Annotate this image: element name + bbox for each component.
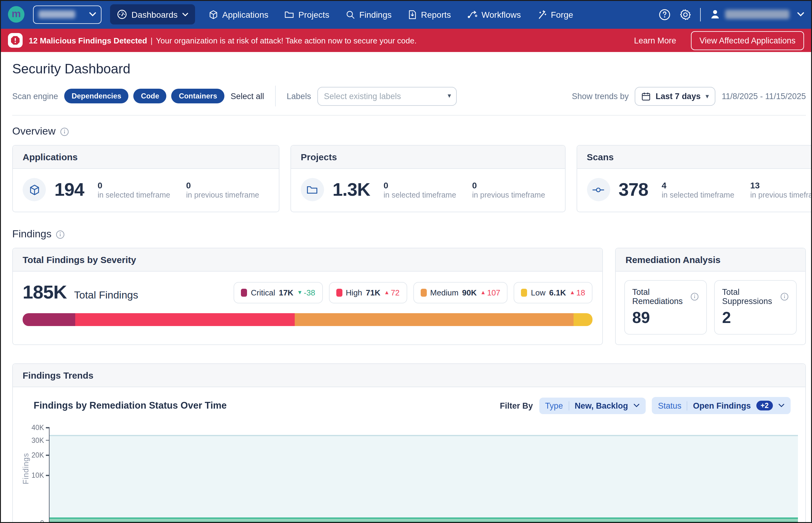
brand-logo[interactable]: m [8, 6, 24, 23]
severity-chip-critical[interactable]: Critical 17K ▼-38 [234, 282, 322, 303]
user-menu[interactable] [709, 8, 804, 20]
divider [700, 8, 701, 21]
nav-item-reports[interactable]: Reports [408, 10, 451, 19]
overview-cards: Applications 194 0 in selected timeframe… [12, 145, 806, 212]
trend-range-value: Last 7 days [656, 91, 701, 101]
medium-swatch [420, 288, 426, 296]
labels-select: ▾ [317, 87, 457, 106]
stat-selected-timeframe: 0 in selected timeframe [384, 180, 457, 199]
bar-segment-low [574, 313, 592, 326]
scan-engine-chip-dependencies[interactable]: Dependencies [64, 89, 129, 103]
findings-section-title: Findings [12, 228, 52, 240]
total-findings-value: 185K [23, 282, 67, 303]
gear-icon[interactable] [679, 8, 691, 20]
nav-dashboards-label: Dashboards [131, 10, 178, 19]
divider [275, 86, 276, 106]
overview-section-title: Overview [12, 125, 56, 138]
folder-icon [301, 178, 324, 201]
chart-filter-controls: Filter By Type New, Backlog Status [500, 397, 791, 414]
low-swatch [521, 288, 528, 296]
card-title: Total Findings by Severity [13, 248, 602, 272]
card-title: Scans [577, 146, 812, 169]
nav-item-workflows[interactable]: Workflows [467, 10, 521, 19]
report-download-icon [408, 10, 417, 19]
severity-chip-low[interactable]: Low 6.1K ▲18 [514, 282, 592, 303]
alert-separator: | [150, 36, 152, 45]
scan-engine-chip-code[interactable]: Code [134, 89, 167, 103]
nav-item-findings[interactable]: Findings [345, 10, 392, 19]
nav-item-label: Workflows [481, 10, 521, 19]
y-tick: 10K [32, 472, 44, 479]
scan-icon [587, 178, 610, 201]
help-icon[interactable] [659, 8, 671, 20]
bar-segment-high [75, 313, 295, 326]
divider [687, 401, 687, 410]
organization-selector[interactable] [33, 5, 102, 23]
stat-selected-timeframe: 0 in selected timeframe [97, 180, 170, 199]
status-filter-select[interactable]: Status Open Findings +2 [652, 397, 791, 414]
overview-card-scans: Scans 378 4 in selected timeframe 13 in … [576, 145, 812, 212]
chevron-down-icon [633, 404, 640, 408]
nav-dashboards-button[interactable]: Dashboards [110, 4, 195, 24]
chevron-down-icon [89, 12, 96, 17]
total-suppressions-box: Total Suppressions 2 [714, 280, 797, 335]
scan-engine-chip-containers[interactable]: Containers [171, 89, 224, 103]
card-title: Remediation Analysis [616, 248, 805, 272]
view-affected-applications-button[interactable]: View Affected Applications [691, 31, 804, 50]
folder-icon [284, 10, 294, 19]
severity-chip-high[interactable]: High 71K ▲72 [329, 282, 407, 303]
info-icon[interactable] [60, 127, 69, 136]
bar-segment-critical [23, 313, 75, 326]
labels-input[interactable] [317, 87, 457, 106]
nav-item-forge[interactable]: Forge [537, 10, 573, 19]
high-swatch [336, 288, 342, 296]
wand-icon [537, 10, 547, 19]
applications-total: 194 [54, 179, 84, 200]
nav-item-label: Findings [359, 10, 392, 19]
labels-label: Labels [287, 91, 311, 101]
scan-engine-label: Scan engine [12, 91, 58, 101]
trend-range-select[interactable]: Last 7 days ▾ [635, 87, 716, 106]
alert-message: Your organization is at risk of attack! … [156, 36, 417, 45]
filter-by-label: Filter By [500, 401, 533, 410]
card-title: Applications [13, 146, 279, 169]
critical-swatch [241, 288, 247, 296]
trend-up-icon: ▲ [480, 289, 486, 295]
card-title: Projects [291, 146, 565, 169]
nav-menu: Applications Projects Findings Reports [208, 10, 573, 19]
nav-item-label: Projects [298, 10, 329, 19]
nav-item-label: Forge [551, 10, 573, 19]
cube-icon [208, 10, 218, 19]
stat-selected-timeframe: 4 in selected timeframe [662, 180, 734, 199]
malicious-findings-alert-banner: 12 Malicious Findings Detected | Your or… [0, 29, 812, 52]
caret-down-icon: ▾ [706, 92, 709, 100]
user-icon [709, 8, 721, 20]
alert-icon [8, 33, 23, 48]
alert-text: 12 Malicious Findings Detected | Your or… [29, 36, 417, 45]
severity-chips: Critical 17K ▼-38 High 71K ▲72 [234, 282, 592, 303]
nav-item-applications[interactable]: Applications [208, 10, 269, 19]
caret-down-icon[interactable]: ▾ [447, 91, 451, 100]
total-remediations-value: 89 [632, 308, 699, 327]
trend-range-controls: Show trends by Last 7 days ▾ 11/8/2025 -… [572, 87, 806, 106]
learn-more-link[interactable]: Learn More [634, 36, 676, 45]
nav-item-projects[interactable]: Projects [284, 10, 329, 19]
info-icon[interactable] [690, 292, 699, 301]
select-all-link[interactable]: Select all [230, 91, 264, 101]
top-nav: m Dashboards Applications [0, 0, 812, 29]
stat-previous-timeframe: 13 in previous timeframe [750, 180, 812, 199]
card-title: Findings Trends [13, 364, 805, 387]
nav-item-label: Reports [421, 10, 451, 19]
severity-chip-medium[interactable]: Medium 90K ▲107 [413, 282, 508, 303]
y-tick: 20K [32, 451, 44, 459]
info-icon[interactable] [780, 292, 789, 301]
info-icon[interactable] [56, 230, 65, 239]
calendar-icon [642, 91, 651, 101]
type-filter-select[interactable]: Type New, Backlog [539, 397, 646, 414]
date-range-text: 11/8/2025 - 11/15/2025 [722, 91, 806, 101]
divider [12, 115, 806, 115]
y-tick: 40K [32, 424, 44, 431]
trend-down-icon: ▼ [297, 289, 303, 295]
status-count-badge: +2 [756, 401, 773, 411]
trend-up-icon: ▲ [570, 289, 575, 295]
